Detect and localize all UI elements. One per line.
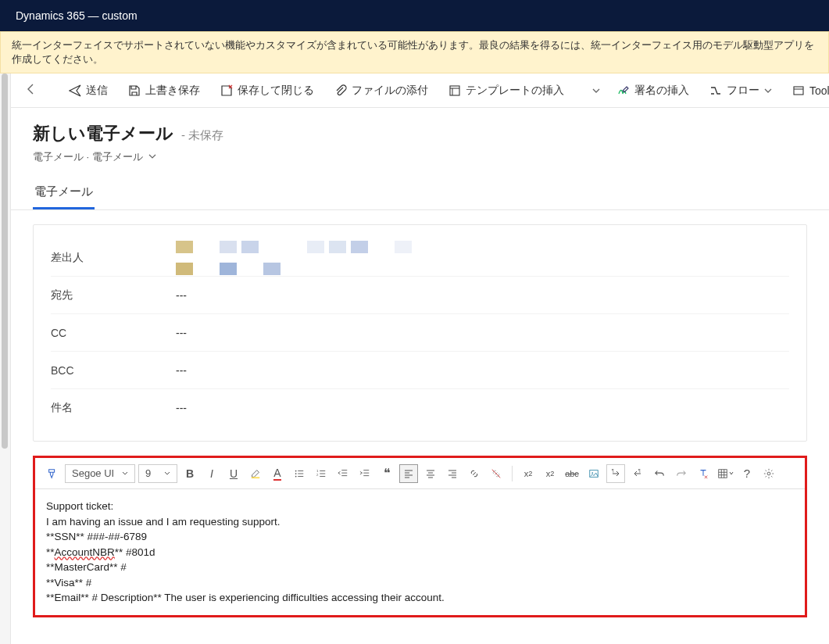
editor-highlight-box: Segoe UI 9 B I U A 12 ❝ [33,456,807,617]
underline-button[interactable]: U [224,464,243,483]
attach-file-button[interactable]: ファイルの添付 [327,79,436,102]
bcc-label: BCC [51,364,176,377]
bcc-row[interactable]: BCC --- [51,352,789,389]
to-label: 宛先 [51,288,176,302]
save-draft-button[interactable]: 上書き保存 [120,79,208,102]
blockquote-button[interactable]: ❝ [377,464,396,483]
svg-text:2: 2 [316,472,319,476]
send-button[interactable]: 送信 [61,79,116,102]
font-size-select[interactable]: 9 [138,464,177,483]
font-family-select[interactable]: Segoe UI [65,464,135,483]
outdent-button[interactable] [334,464,352,483]
attach-label: ファイルの添付 [352,84,428,98]
breadcrumb-item-1: 電子メール [33,151,84,163]
breadcrumb-item-2: 電子メール [92,151,143,163]
from-label: 差出人 [51,251,176,265]
editor-body[interactable]: Support ticket:I am having an issue and … [35,489,805,615]
flow-label: フロー [727,84,759,98]
flow-button[interactable]: フロー [702,79,780,102]
svg-point-5 [295,475,297,477]
tab-row: 電子メール [11,178,829,210]
settings-button[interactable] [759,464,778,483]
redo-button[interactable] [672,464,691,483]
tab-email[interactable]: 電子メール [33,178,95,209]
svg-point-13 [767,472,770,475]
table-button[interactable] [716,464,734,483]
back-button[interactable] [17,80,45,101]
ltr-button[interactable]: ¶ [606,464,625,483]
italic-button[interactable]: I [202,464,221,483]
save-close-label: 保存して閉じる [238,84,314,98]
app-title: Dynamics 365 — custom [16,9,138,22]
align-right-button[interactable] [443,464,462,483]
scrollbar-thumb[interactable] [2,73,8,449]
insert-template-dropdown[interactable] [588,82,605,99]
insert-image-button[interactable] [584,464,603,483]
svg-text:¶: ¶ [638,469,641,473]
subject-row[interactable]: 件名 --- [51,389,789,427]
clear-format-button[interactable] [694,464,713,483]
bullet-list-button[interactable] [290,464,309,483]
align-left-button[interactable] [399,464,418,483]
svg-text:¶: ¶ [612,469,614,473]
command-bar: 送信 上書き保存 保存して閉じる ファイルの添付 テンプレートの挿入 [11,73,829,108]
bold-button[interactable]: B [180,464,199,483]
tool-label: Tool [809,84,829,97]
font-size-value: 9 [145,467,151,479]
breadcrumb: 電子メール · 電子メール [33,150,807,164]
number-list-button[interactable]: 12 [312,464,331,483]
align-center-button[interactable] [421,464,440,483]
bcc-value: --- [176,364,789,377]
to-value: --- [176,289,789,302]
indent-button[interactable] [356,464,374,483]
highlight-button[interactable] [246,464,265,483]
insert-signature-label: 署名の挿入 [634,84,689,98]
app-title-bar: Dynamics 365 — custom [0,0,829,31]
svg-point-9 [591,472,593,474]
record-unsaved: - 未保存 [181,128,223,141]
save-close-button[interactable]: 保存して閉じる [213,79,322,102]
rtl-button[interactable]: ¶ [628,464,647,483]
to-row[interactable]: 宛先 --- [51,277,789,314]
svg-rect-2 [252,477,260,478]
tab-email-label: 電子メール [34,184,93,198]
unlink-button[interactable] [487,464,506,483]
svg-rect-12 [718,469,727,478]
cc-row[interactable]: CC --- [51,314,789,352]
cc-label: CC [51,327,176,339]
email-header-panel: 差出人 宛先 --- CC --- BCC --- [33,224,807,442]
insert-template-label: テンプレートの挿入 [466,84,564,98]
insert-signature-button[interactable]: 署名の挿入 [609,79,697,102]
left-gutter [0,73,11,644]
from-row: 差出人 [51,239,789,277]
strikethrough-button[interactable]: abc [563,464,581,483]
from-value[interactable] [176,241,789,275]
svg-rect-0 [450,86,459,95]
record-header: 新しい電子メール - 未保存 電子メール · 電子メール [11,108,829,164]
help-button[interactable]: ? [738,464,756,483]
editor-toolbar: Segoe UI 9 B I U A 12 ❝ [35,458,805,489]
link-button[interactable] [465,464,484,483]
subject-label: 件名 [51,401,176,415]
insert-template-button[interactable]: テンプレートの挿入 [441,79,572,102]
warning-text: 統一インターフェイスでサポートされていない機能やカスタマイズが含まれている可能性… [12,39,814,65]
record-title: 新しい電子メール [33,122,173,145]
superscript-button[interactable]: x2 [519,464,538,483]
send-label: 送信 [86,84,108,98]
warning-banner: 統一インターフェイスでサポートされていない機能やカスタマイズが含まれている可能性… [0,31,829,73]
font-color-button[interactable]: A [268,464,287,483]
svg-rect-1 [794,87,803,95]
undo-button[interactable] [650,464,669,483]
svg-point-4 [295,473,297,474]
font-family-value: Segoe UI [72,467,114,479]
cc-value: --- [176,327,789,339]
subscript-button[interactable]: x2 [541,464,559,483]
redacted-sender [176,241,789,275]
format-painter-button[interactable] [43,464,62,483]
save-draft-label: 上書き保存 [145,84,200,98]
subject-value: --- [176,402,789,414]
toolbar-separator [512,466,513,481]
tool-button[interactable]: Tool [784,80,829,102]
svg-point-3 [295,470,297,471]
